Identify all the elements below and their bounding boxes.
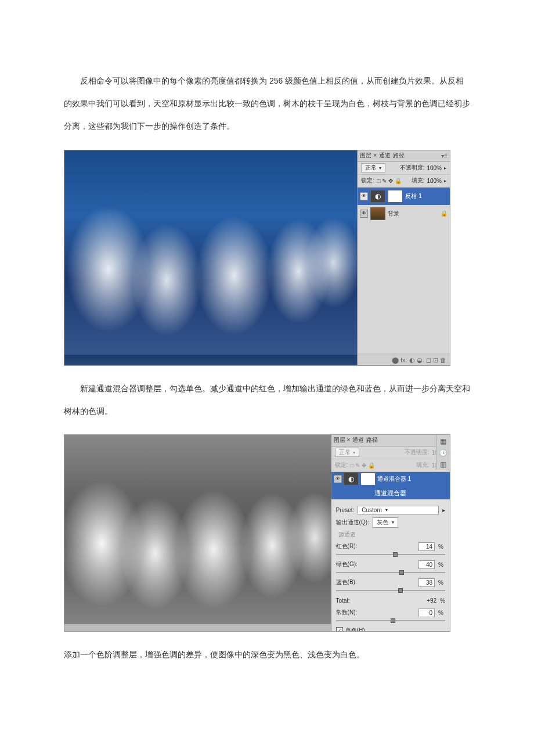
percent-label: %	[438, 543, 445, 550]
visibility-icon[interactable]: 👁	[360, 192, 368, 200]
layer-item-invert[interactable]: 👁 反相 1	[358, 188, 450, 205]
monochrome-row[interactable]: ✓ 单色(H)	[336, 627, 445, 632]
constant-label: 常数(N):	[336, 609, 365, 617]
layer-name: 背景	[388, 210, 399, 218]
percent-label: %	[438, 561, 445, 568]
green-label: 绿色(G):	[336, 560, 365, 568]
layer-name: 反相 1	[405, 192, 421, 200]
layer-item-background[interactable]: 👁 背景 🔒	[358, 205, 450, 222]
paragraph-3: 添加一个色阶调整层，增强色调的差异，使图像中的深色变为黑色、浅色变为白色。	[64, 643, 470, 666]
visibility-icon[interactable]: 👁	[334, 475, 342, 483]
swatches-icon[interactable]: ▥	[440, 460, 446, 469]
preset-row: Preset: Custom ▸	[336, 506, 445, 514]
paragraph-2: 新建通道混合器调整层，勾选单色。减少通道中的红色，增加输出通道的绿色和蓝色，从而…	[64, 377, 470, 423]
opacity-value[interactable]: 100%	[427, 165, 442, 171]
mask-thumb-icon	[360, 473, 376, 485]
flyout-icon[interactable]: ▸	[444, 178, 446, 183]
mini-layers-panel: 图层 × 通道 路径 ▾≡ 正常 不透明度: 100% 锁定: □ ✎ ✥ 🔒 …	[331, 435, 450, 486]
channel-mixer-dialog: 通道混合器 Preset: Custom ▸ 输出通道(Q): 灰色 源通道 红…	[331, 486, 450, 632]
fill-value[interactable]: 100%	[427, 178, 442, 184]
total-value: +92	[427, 597, 436, 604]
blue-slider-row: 蓝色(B): 38 %	[336, 578, 445, 587]
panel-footer: ⬤ fx. ◐ ◒. ◻ ⊡ 🗑	[358, 354, 450, 366]
tab-paths[interactable]: 路径	[393, 152, 405, 160]
blue-label: 蓝色(B):	[336, 578, 365, 586]
red-input[interactable]: 14	[418, 542, 435, 551]
constant-slider-row: 常数(N): 0 %	[336, 609, 445, 617]
percent-label: %	[438, 579, 445, 586]
layer-item-channel-mixer[interactable]: 👁 通道混合器 1	[331, 472, 450, 486]
blue-slider[interactable]	[336, 588, 445, 593]
footer-icons[interactable]: ⬤ fx. ◐ ◒. ◻ ⊡ 🗑	[392, 357, 446, 364]
lock-icon: 🔒	[441, 210, 448, 217]
percent-label: %	[440, 597, 445, 604]
mask-thumb-icon	[388, 190, 403, 203]
canvas-preview-gray	[64, 435, 331, 632]
visibility-icon[interactable]: 👁	[360, 210, 368, 218]
opacity-label: 不透明度:	[405, 448, 430, 456]
percent-label: %	[438, 610, 445, 616]
panel-tabs: 图层 × 通道 路径 ▾≡	[331, 435, 450, 447]
layer-list: 👁 反相 1 👁 背景 🔒	[358, 188, 450, 354]
paragraph-1: 反相命令可以将图像中的每个像素的亮度值都转换为 256 级颜色值上相反的值，从而…	[64, 70, 470, 138]
monochrome-checkbox[interactable]: ✓	[336, 627, 343, 632]
total-row: Total: +92 %	[336, 597, 445, 604]
blend-opacity-row: 正常 不透明度: 100% ▸	[358, 162, 450, 175]
tab-channels[interactable]: 通道	[379, 152, 391, 160]
lock-fill-row: 锁定: □ ✎ ✥ 🔒 填充: 100% ▸	[358, 175, 450, 188]
blue-input[interactable]: 38	[418, 578, 435, 587]
preset-select[interactable]: Custom	[358, 506, 439, 514]
dialog-title: 通道混合器	[331, 487, 450, 499]
tab-layers[interactable]: 图层 ×	[334, 436, 351, 444]
preset-label: Preset:	[336, 507, 355, 513]
blend-opacity-row: 正常 不透明度: 100%	[331, 447, 450, 459]
lock-fill-row: 锁定: □ ✎ ✥ 🔒 填充: 100%	[331, 459, 450, 472]
total-label: Total:	[336, 597, 350, 604]
tab-paths[interactable]: 路径	[366, 436, 378, 444]
flyout-icon[interactable]: ▸	[444, 165, 446, 171]
red-label: 红色(R):	[336, 542, 365, 550]
output-channel-label: 输出通道(Q):	[336, 519, 369, 527]
red-slider[interactable]	[336, 552, 445, 557]
fill-label: 填充:	[412, 177, 425, 185]
opacity-label: 不透明度:	[400, 164, 425, 172]
red-slider-row: 红色(R): 14 %	[336, 542, 445, 551]
preset-menu-icon[interactable]: ▸	[442, 507, 445, 513]
green-slider-row: 绿色(G): 40 %	[336, 560, 445, 569]
source-channel-group-label: 源通道	[338, 531, 445, 539]
constant-slider[interactable]	[336, 618, 445, 623]
adjustment-thumb-icon	[344, 473, 359, 485]
adjustment-thumb-icon	[370, 190, 385, 203]
tab-channels[interactable]: 通道	[352, 436, 364, 444]
history-icon[interactable]: 🕓	[439, 449, 448, 457]
blend-mode-select[interactable]: 正常	[361, 163, 385, 172]
image-thumb-icon	[370, 207, 385, 220]
side-docked-icons: ▦ 🕓 ▥	[436, 435, 450, 470]
monochrome-label: 单色(H)	[345, 627, 365, 632]
layer-name: 通道混合器 1	[377, 475, 411, 483]
lock-label: 锁定:	[361, 177, 374, 185]
constant-input[interactable]: 0	[418, 609, 435, 617]
layers-panel: 图层 × 通道 路径 ▾≡ 正常 不透明度: 100% ▸ 锁定: □ ✎ ✥ …	[357, 150, 450, 366]
tab-layers[interactable]: 图层 ×	[360, 152, 377, 160]
nav-icon[interactable]: ▦	[440, 437, 446, 445]
lock-icons: □ ✎ ✥ 🔒	[350, 462, 374, 469]
output-channel-select[interactable]: 灰色	[373, 517, 398, 528]
panel-menu-icon[interactable]: ▾≡	[441, 153, 448, 159]
green-slider[interactable]	[336, 570, 445, 575]
right-panels: 图层 × 通道 路径 ▾≡ 正常 不透明度: 100% 锁定: □ ✎ ✥ 🔒 …	[331, 435, 450, 632]
panel-tabs: 图层 × 通道 路径 ▾≡	[358, 150, 450, 162]
screenshot-channel-mixer: 图层 × 通道 路径 ▾≡ 正常 不透明度: 100% 锁定: □ ✎ ✥ 🔒 …	[64, 434, 450, 632]
green-input[interactable]: 40	[418, 560, 435, 569]
lock-label: 锁定:	[335, 461, 348, 469]
output-channel-row: 输出通道(Q): 灰色	[336, 517, 445, 528]
blend-mode-select[interactable]: 正常	[335, 448, 359, 457]
fill-label: 填充:	[416, 461, 430, 469]
lock-icons[interactable]: □ ✎ ✥ 🔒	[377, 178, 401, 184]
screenshot-invert-layers: 图层 × 通道 路径 ▾≡ 正常 不透明度: 100% ▸ 锁定: □ ✎ ✥ …	[64, 150, 450, 366]
canvas-preview	[64, 150, 357, 366]
